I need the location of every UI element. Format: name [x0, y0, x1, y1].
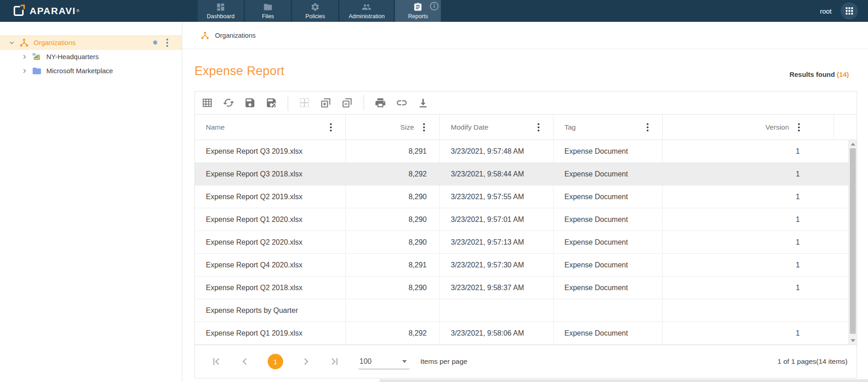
column-header-name[interactable]: Name: [195, 115, 346, 140]
apps-menu-button[interactable]: [841, 2, 858, 20]
previous-page-button[interactable]: [239, 356, 251, 367]
chevron-right-icon[interactable]: [21, 67, 28, 75]
tree-item-organizations[interactable]: Organizations: [0, 35, 182, 50]
link-icon: [396, 97, 408, 109]
save-icon: [244, 97, 256, 109]
breadcrumb-label[interactable]: Organizations: [215, 32, 255, 39]
table-body: Expense Report Q3 2019.xlsx 8,291 3/23/2…: [195, 140, 848, 345]
table-row[interactable]: Expense Report Q3 2018.xlsx 8,292 3/23/2…: [195, 163, 848, 186]
tab-reports[interactable]: Reports: [395, 0, 441, 22]
select-cells-button[interactable]: [299, 97, 310, 109]
collapse-all-button[interactable]: [341, 97, 353, 109]
cell-name: Expense Reports by Quarter: [195, 299, 346, 322]
table-row[interactable]: Expense Report Q2 2020.xlsx 8,290 3/23/2…: [195, 231, 848, 254]
dashboard-icon: [216, 2, 225, 12]
next-page-button[interactable]: [300, 356, 312, 367]
column-label: Name: [206, 123, 224, 131]
table-row[interactable]: Expense Report Q2 2018.xlsx 8,290 3/23/2…: [195, 276, 848, 299]
grid-toolbar: [195, 91, 857, 114]
cell-tag: Expense Document: [554, 276, 663, 299]
cell-version: 1: [663, 186, 834, 208]
clipboard-icon: [413, 2, 423, 12]
chevron-right-icon[interactable]: [21, 53, 28, 60]
cell-version: 1: [663, 208, 834, 231]
tab-label: Files: [262, 13, 274, 20]
cell-version: 1: [663, 163, 834, 185]
tab-files[interactable]: Files: [245, 0, 291, 22]
first-page-button[interactable]: [210, 356, 222, 367]
info-icon[interactable]: [429, 1, 439, 11]
scroll-up-button[interactable]: [851, 143, 855, 146]
table-row[interactable]: Expense Reports by Quarter: [195, 299, 848, 322]
column-header-version[interactable]: Version: [663, 115, 834, 140]
cell-name: Expense Report Q2 2020.xlsx: [195, 231, 346, 253]
tab-policies[interactable]: Policies: [292, 0, 338, 22]
column-menu-button[interactable]: [796, 121, 802, 133]
column-header-tag[interactable]: Tag: [554, 115, 663, 140]
current-page-button[interactable]: 1: [268, 354, 283, 369]
tree-item-ny-headquarters[interactable]: NY-Headquarters: [0, 50, 182, 64]
collector-icon: [32, 52, 42, 62]
table-grid-icon: [201, 97, 213, 109]
refresh-button[interactable]: [223, 97, 234, 109]
table-body-wrap: Expense Report Q3 2019.xlsx 8,291 3/23/2…: [195, 140, 857, 345]
cell-tag: Expense Document: [554, 322, 663, 344]
table-header-row: Name Size Modify Date: [195, 114, 857, 140]
tree-item-microsoft-marketplace[interactable]: Microsoft Marketplace: [0, 64, 182, 78]
cell-modify-date: 3/23/2021, 9:57:01 AM: [440, 208, 554, 231]
expand-all-icon: [320, 97, 332, 109]
expand-all-button[interactable]: [320, 97, 332, 109]
cell-version: 1: [663, 276, 834, 299]
column-menu-button[interactable]: [645, 121, 650, 133]
last-page-icon: [329, 356, 340, 367]
tree-item-menu-button[interactable]: [165, 37, 170, 49]
scrollbar-thumb[interactable]: [850, 148, 856, 334]
user-label[interactable]: root: [820, 7, 832, 15]
cell-name: Expense Report Q3 2018.xlsx: [195, 163, 346, 185]
logo-registered-mark: ®: [76, 9, 80, 13]
tab-label: Dashboard: [207, 13, 234, 20]
table-row[interactable]: Expense Report Q1 2020.xlsx 8,290 3/23/2…: [195, 208, 848, 231]
table-row[interactable]: Expense Report Q4 2020.xlsx 8,291 3/23/2…: [195, 254, 848, 276]
tree-item-label: Microsoft Marketplace: [46, 67, 113, 75]
cell-size: 8,290: [346, 186, 440, 208]
cell-size: 8,291: [346, 140, 440, 162]
items-per-page-label: Items per page: [420, 357, 467, 366]
cell-version: 1: [663, 140, 834, 162]
tab-dashboard[interactable]: Dashboard: [198, 0, 244, 22]
column-menu-button[interactable]: [421, 121, 427, 133]
cell-size: [346, 299, 440, 322]
column-menu-button[interactable]: [536, 121, 541, 133]
tab-label: Policies: [305, 13, 325, 20]
column-label: Modify Date: [451, 123, 489, 131]
column-header-size[interactable]: Size: [346, 115, 440, 140]
results-count: (14): [837, 70, 849, 78]
save-as-button[interactable]: [265, 97, 277, 109]
copy-link-button[interactable]: [396, 97, 408, 109]
report-grid-panel: Name Size Modify Date: [195, 91, 857, 378]
items-per-page-select[interactable]: 100: [359, 354, 409, 369]
print-button[interactable]: [374, 97, 386, 109]
table-row[interactable]: Expense Report Q3 2019.xlsx 8,291 3/23/2…: [195, 140, 848, 163]
scroll-down-button[interactable]: [851, 339, 855, 342]
chevron-left-icon: [239, 356, 251, 367]
last-page-button[interactable]: [329, 356, 340, 367]
table-columns-button[interactable]: [201, 97, 213, 109]
toolbar-divider: [288, 95, 288, 111]
cell-name: Expense Report Q4 2020.xlsx: [195, 254, 346, 276]
breadcrumb: Organizations: [182, 22, 868, 49]
column-header-modify-date[interactable]: Modify Date: [440, 115, 554, 140]
chevron-down-icon[interactable]: [8, 39, 15, 46]
aparavi-logo-icon: [12, 4, 25, 18]
sidebar: Organizations NY-Headquarters Microsoft …: [0, 22, 182, 382]
tab-administration[interactable]: Administration: [339, 0, 394, 22]
column-menu-button[interactable]: [328, 121, 334, 133]
vertical-scrollbar[interactable]: [848, 140, 857, 345]
table-row[interactable]: Expense Report Q2 2019.xlsx 8,290 3/23/2…: [195, 186, 848, 208]
table-row[interactable]: Expense Report Q1 2019.xlsx 8,292 3/23/2…: [195, 322, 848, 345]
apps-grid-icon: [846, 7, 853, 15]
toolbar-divider: [364, 95, 364, 111]
download-button[interactable]: [417, 97, 429, 109]
save-button[interactable]: [244, 97, 256, 109]
cell-size: 8,290: [346, 276, 440, 299]
